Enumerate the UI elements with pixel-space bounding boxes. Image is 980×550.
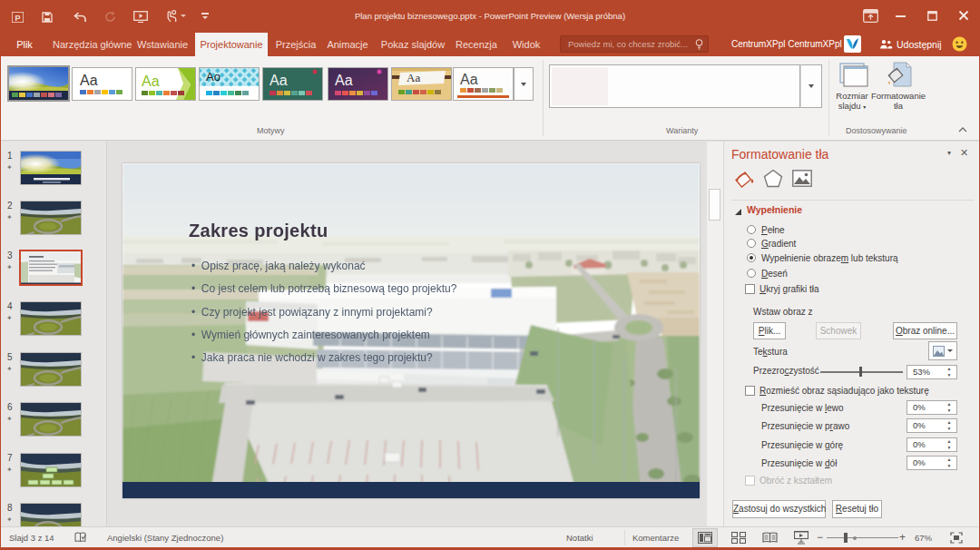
svg-text:Aa: Aa bbox=[335, 73, 353, 88]
svg-text:Aa: Aa bbox=[460, 72, 478, 87]
svg-text:Ao: Ao bbox=[206, 70, 220, 83]
svg-text:Aa: Aa bbox=[80, 73, 98, 88]
svg-text:Aa: Aa bbox=[407, 71, 420, 84]
svg-text:Aa: Aa bbox=[142, 74, 160, 89]
svg-text:Aa: Aa bbox=[270, 73, 288, 88]
